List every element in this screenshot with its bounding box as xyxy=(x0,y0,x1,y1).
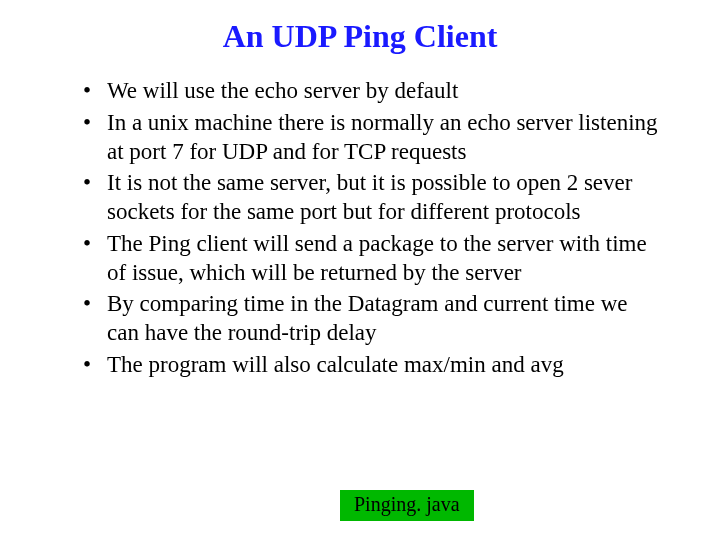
code-badge: Pinging. java xyxy=(340,490,474,521)
list-item: The Ping client will send a package to t… xyxy=(83,230,665,288)
list-item: In a unix machine there is normally an e… xyxy=(83,109,665,167)
bullet-list: We will use the echo server by default I… xyxy=(55,77,665,380)
list-item: It is not the same server, but it is pos… xyxy=(83,169,665,227)
slide-title: An UDP Ping Client xyxy=(55,18,665,55)
list-item: We will use the echo server by default xyxy=(83,77,665,106)
slide: An UDP Ping Client We will use the echo … xyxy=(0,0,720,540)
list-item: By comparing time in the Datagram and cu… xyxy=(83,290,665,348)
list-item: The program will also calculate max/min … xyxy=(83,351,665,380)
